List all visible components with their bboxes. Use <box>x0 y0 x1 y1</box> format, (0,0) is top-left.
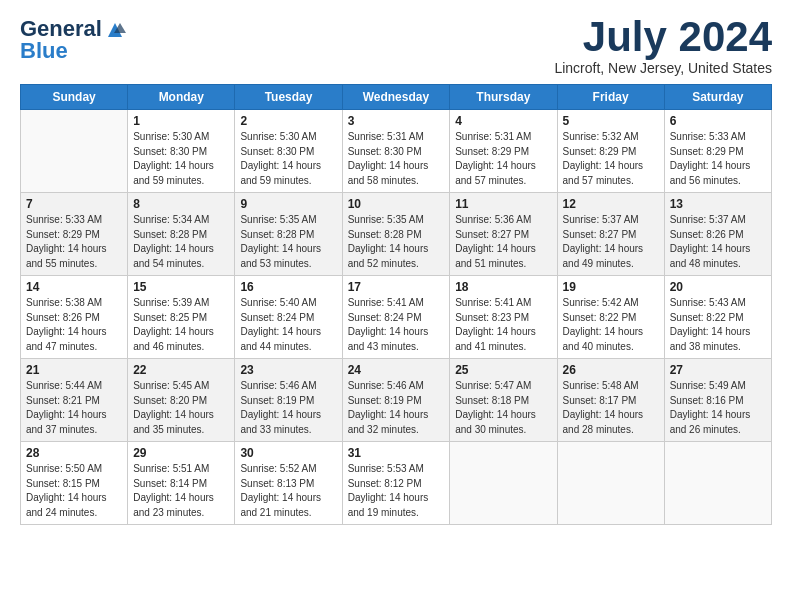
cell-info: Sunrise: 5:35 AM Sunset: 8:28 PM Dayligh… <box>348 213 445 271</box>
day-number: 4 <box>455 114 551 128</box>
cell-info: Sunrise: 5:51 AM Sunset: 8:14 PM Dayligh… <box>133 462 229 520</box>
table-row: 20Sunrise: 5:43 AM Sunset: 8:22 PM Dayli… <box>664 276 771 359</box>
cell-info: Sunrise: 5:31 AM Sunset: 8:29 PM Dayligh… <box>455 130 551 188</box>
table-row: 1Sunrise: 5:30 AM Sunset: 8:30 PM Daylig… <box>128 110 235 193</box>
day-number: 6 <box>670 114 766 128</box>
header: General Blue July 2024 Lincroft, New Jer… <box>20 16 772 76</box>
day-number: 10 <box>348 197 445 211</box>
day-number: 29 <box>133 446 229 460</box>
day-number: 13 <box>670 197 766 211</box>
table-row: 6Sunrise: 5:33 AM Sunset: 8:29 PM Daylig… <box>664 110 771 193</box>
day-number: 16 <box>240 280 336 294</box>
day-number: 12 <box>563 197 659 211</box>
table-row: 10Sunrise: 5:35 AM Sunset: 8:28 PM Dayli… <box>342 193 450 276</box>
table-row: 12Sunrise: 5:37 AM Sunset: 8:27 PM Dayli… <box>557 193 664 276</box>
cell-info: Sunrise: 5:37 AM Sunset: 8:26 PM Dayligh… <box>670 213 766 271</box>
table-row: 25Sunrise: 5:47 AM Sunset: 8:18 PM Dayli… <box>450 359 557 442</box>
col-saturday: Saturday <box>664 85 771 110</box>
cell-info: Sunrise: 5:32 AM Sunset: 8:29 PM Dayligh… <box>563 130 659 188</box>
calendar-week-row: 7Sunrise: 5:33 AM Sunset: 8:29 PM Daylig… <box>21 193 772 276</box>
day-number: 11 <box>455 197 551 211</box>
cell-info: Sunrise: 5:40 AM Sunset: 8:24 PM Dayligh… <box>240 296 336 354</box>
cell-info: Sunrise: 5:46 AM Sunset: 8:19 PM Dayligh… <box>240 379 336 437</box>
calendar-week-row: 21Sunrise: 5:44 AM Sunset: 8:21 PM Dayli… <box>21 359 772 442</box>
calendar-week-row: 28Sunrise: 5:50 AM Sunset: 8:15 PM Dayli… <box>21 442 772 525</box>
cell-info: Sunrise: 5:37 AM Sunset: 8:27 PM Dayligh… <box>563 213 659 271</box>
table-row: 23Sunrise: 5:46 AM Sunset: 8:19 PM Dayli… <box>235 359 342 442</box>
day-number: 9 <box>240 197 336 211</box>
cell-info: Sunrise: 5:44 AM Sunset: 8:21 PM Dayligh… <box>26 379 122 437</box>
table-row: 18Sunrise: 5:41 AM Sunset: 8:23 PM Dayli… <box>450 276 557 359</box>
day-number: 30 <box>240 446 336 460</box>
col-tuesday: Tuesday <box>235 85 342 110</box>
day-number: 8 <box>133 197 229 211</box>
logo: General Blue <box>20 16 126 64</box>
table-row: 14Sunrise: 5:38 AM Sunset: 8:26 PM Dayli… <box>21 276 128 359</box>
col-monday: Monday <box>128 85 235 110</box>
col-sunday: Sunday <box>21 85 128 110</box>
cell-info: Sunrise: 5:36 AM Sunset: 8:27 PM Dayligh… <box>455 213 551 271</box>
day-number: 26 <box>563 363 659 377</box>
table-row: 24Sunrise: 5:46 AM Sunset: 8:19 PM Dayli… <box>342 359 450 442</box>
day-number: 19 <box>563 280 659 294</box>
day-number: 25 <box>455 363 551 377</box>
table-row: 13Sunrise: 5:37 AM Sunset: 8:26 PM Dayli… <box>664 193 771 276</box>
cell-info: Sunrise: 5:33 AM Sunset: 8:29 PM Dayligh… <box>670 130 766 188</box>
table-row: 29Sunrise: 5:51 AM Sunset: 8:14 PM Dayli… <box>128 442 235 525</box>
cell-info: Sunrise: 5:46 AM Sunset: 8:19 PM Dayligh… <box>348 379 445 437</box>
day-number: 17 <box>348 280 445 294</box>
table-row <box>664 442 771 525</box>
table-row: 17Sunrise: 5:41 AM Sunset: 8:24 PM Dayli… <box>342 276 450 359</box>
title-block: July 2024 Lincroft, New Jersey, United S… <box>554 16 772 76</box>
page: General Blue July 2024 Lincroft, New Jer… <box>0 0 792 535</box>
cell-info: Sunrise: 5:30 AM Sunset: 8:30 PM Dayligh… <box>240 130 336 188</box>
table-row: 11Sunrise: 5:36 AM Sunset: 8:27 PM Dayli… <box>450 193 557 276</box>
cell-info: Sunrise: 5:34 AM Sunset: 8:28 PM Dayligh… <box>133 213 229 271</box>
day-number: 31 <box>348 446 445 460</box>
day-number: 2 <box>240 114 336 128</box>
table-row: 2Sunrise: 5:30 AM Sunset: 8:30 PM Daylig… <box>235 110 342 193</box>
cell-info: Sunrise: 5:52 AM Sunset: 8:13 PM Dayligh… <box>240 462 336 520</box>
logo-blue: Blue <box>20 38 68 64</box>
cell-info: Sunrise: 5:45 AM Sunset: 8:20 PM Dayligh… <box>133 379 229 437</box>
cell-info: Sunrise: 5:47 AM Sunset: 8:18 PM Dayligh… <box>455 379 551 437</box>
table-row: 16Sunrise: 5:40 AM Sunset: 8:24 PM Dayli… <box>235 276 342 359</box>
day-number: 24 <box>348 363 445 377</box>
cell-info: Sunrise: 5:41 AM Sunset: 8:23 PM Dayligh… <box>455 296 551 354</box>
cell-info: Sunrise: 5:38 AM Sunset: 8:26 PM Dayligh… <box>26 296 122 354</box>
cell-info: Sunrise: 5:33 AM Sunset: 8:29 PM Dayligh… <box>26 213 122 271</box>
table-row: 22Sunrise: 5:45 AM Sunset: 8:20 PM Dayli… <box>128 359 235 442</box>
col-friday: Friday <box>557 85 664 110</box>
cell-info: Sunrise: 5:42 AM Sunset: 8:22 PM Dayligh… <box>563 296 659 354</box>
table-row <box>557 442 664 525</box>
logo-icon <box>104 19 126 39</box>
cell-info: Sunrise: 5:30 AM Sunset: 8:30 PM Dayligh… <box>133 130 229 188</box>
calendar-week-row: 1Sunrise: 5:30 AM Sunset: 8:30 PM Daylig… <box>21 110 772 193</box>
table-row: 21Sunrise: 5:44 AM Sunset: 8:21 PM Dayli… <box>21 359 128 442</box>
day-number: 7 <box>26 197 122 211</box>
day-number: 14 <box>26 280 122 294</box>
table-row <box>450 442 557 525</box>
col-thursday: Thursday <box>450 85 557 110</box>
table-row <box>21 110 128 193</box>
table-row: 5Sunrise: 5:32 AM Sunset: 8:29 PM Daylig… <box>557 110 664 193</box>
month-title: July 2024 <box>554 16 772 58</box>
day-number: 27 <box>670 363 766 377</box>
cell-info: Sunrise: 5:31 AM Sunset: 8:30 PM Dayligh… <box>348 130 445 188</box>
table-row: 26Sunrise: 5:48 AM Sunset: 8:17 PM Dayli… <box>557 359 664 442</box>
table-row: 15Sunrise: 5:39 AM Sunset: 8:25 PM Dayli… <box>128 276 235 359</box>
day-number: 1 <box>133 114 229 128</box>
cell-info: Sunrise: 5:50 AM Sunset: 8:15 PM Dayligh… <box>26 462 122 520</box>
calendar-week-row: 14Sunrise: 5:38 AM Sunset: 8:26 PM Dayli… <box>21 276 772 359</box>
cell-info: Sunrise: 5:41 AM Sunset: 8:24 PM Dayligh… <box>348 296 445 354</box>
table-row: 27Sunrise: 5:49 AM Sunset: 8:16 PM Dayli… <box>664 359 771 442</box>
day-number: 23 <box>240 363 336 377</box>
table-row: 9Sunrise: 5:35 AM Sunset: 8:28 PM Daylig… <box>235 193 342 276</box>
col-wednesday: Wednesday <box>342 85 450 110</box>
cell-info: Sunrise: 5:53 AM Sunset: 8:12 PM Dayligh… <box>348 462 445 520</box>
cell-info: Sunrise: 5:48 AM Sunset: 8:17 PM Dayligh… <box>563 379 659 437</box>
day-number: 3 <box>348 114 445 128</box>
location: Lincroft, New Jersey, United States <box>554 60 772 76</box>
table-row: 3Sunrise: 5:31 AM Sunset: 8:30 PM Daylig… <box>342 110 450 193</box>
day-number: 21 <box>26 363 122 377</box>
